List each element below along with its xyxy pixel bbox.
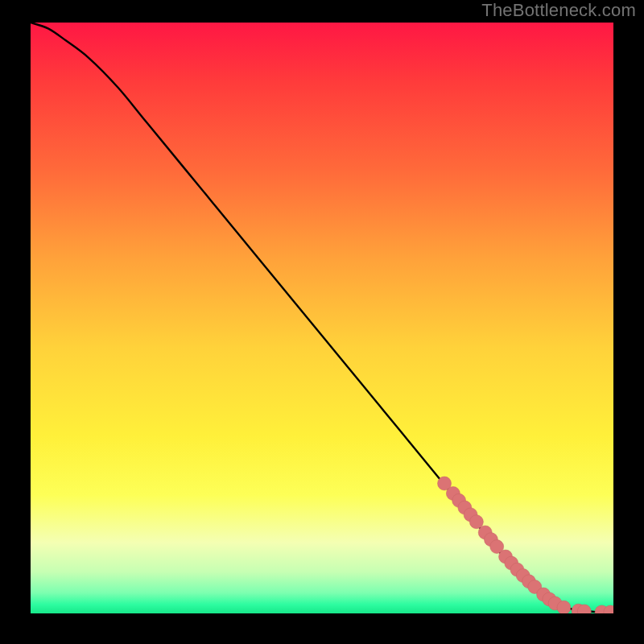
plot-area — [31, 23, 613, 613]
sample-point — [469, 515, 483, 529]
watermark-text: TheBottleneck.com — [481, 0, 636, 21]
gradient-background — [31, 23, 613, 613]
sample-point — [557, 601, 571, 613]
chart-frame: TheBottleneck.com — [0, 0, 644, 644]
chart-svg — [31, 23, 613, 613]
